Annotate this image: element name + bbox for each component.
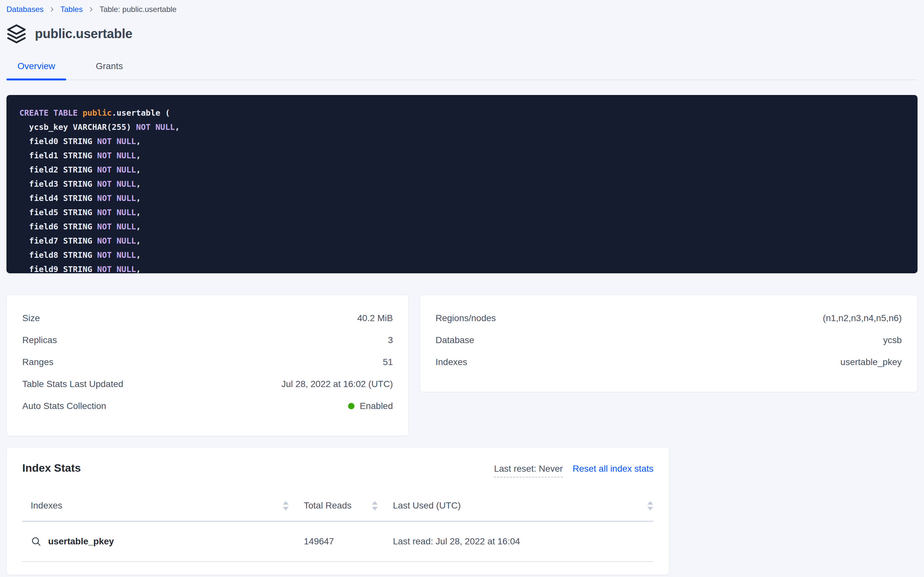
stat-label: Size xyxy=(22,313,40,323)
tab-overview[interactable]: Overview xyxy=(6,61,66,79)
sql-line: field1 STRING NOT NULL, xyxy=(19,148,905,163)
stat-label: Replicas xyxy=(22,335,57,345)
stat-value: usertable_pkey xyxy=(840,357,902,367)
stat-row-size: Size40.2 MiB xyxy=(22,307,393,329)
stat-value-text: Enabled xyxy=(360,401,393,411)
stat-value-text: 3 xyxy=(388,335,393,345)
breadcrumb-item-databases[interactable]: Databases xyxy=(6,5,43,14)
tab-grants[interactable]: Grants xyxy=(85,61,134,79)
stat-label: Table Stats Last Updated xyxy=(22,379,123,389)
chevron-right-icon xyxy=(49,6,55,13)
sql-line: field8 STRING NOT NULL, xyxy=(19,248,905,262)
column-header-label: Total Reads xyxy=(304,500,352,511)
breadcrumb-item-table-public-usertable: Table: public.usertable xyxy=(100,5,177,14)
sql-line: field3 STRING NOT NULL, xyxy=(19,177,905,191)
sql-line: field0 STRING NOT NULL, xyxy=(19,134,905,148)
layers-stack-icon xyxy=(6,24,26,44)
stat-row-indexes: Indexesusertable_pkey xyxy=(435,351,902,373)
column-header-total-reads[interactable]: Total Reads xyxy=(304,500,393,511)
stat-value-text: 51 xyxy=(383,357,393,367)
stats-cards-row: Size40.2 MiBReplicas3Ranges51Table Stats… xyxy=(6,295,918,436)
stat-value-text: Jul 28, 2022 at 16:02 (UTC) xyxy=(281,379,393,389)
index-stats-table-header: IndexesTotal ReadsLast Used (UTC) xyxy=(22,500,654,522)
stat-label: Indexes xyxy=(435,357,467,367)
index-name-text: usertable_pkey xyxy=(48,536,114,547)
stat-value: ycsb xyxy=(883,335,902,345)
page-title: public.usertable xyxy=(35,26,132,41)
stat-row-table-stats-last-updated: Table Stats Last UpdatedJul 28, 2022 at … xyxy=(22,373,393,395)
sql-line: field6 STRING NOT NULL, xyxy=(19,220,905,234)
stat-label: Regions/nodes xyxy=(435,313,496,323)
breadcrumb: DatabasesTablesTable: public.usertable xyxy=(6,5,918,14)
sql-line: field9 STRING NOT NULL, xyxy=(19,262,905,273)
sql-line: field7 STRING NOT NULL, xyxy=(19,234,905,248)
stat-value-text: usertable_pkey xyxy=(840,357,902,367)
stat-value: 3 xyxy=(388,335,393,345)
stat-label: Auto Stats Collection xyxy=(22,401,106,411)
column-header-indexes[interactable]: Indexes xyxy=(22,500,304,511)
stat-row-auto-stats-collection: Auto Stats CollectionEnabled xyxy=(22,395,393,417)
stat-value-text: ycsb xyxy=(883,335,902,345)
reset-all-index-stats-link[interactable]: Reset all index stats xyxy=(572,463,654,474)
table-details-page: DatabasesTablesTable: public.usertable p… xyxy=(0,0,924,575)
column-header-label: Last Used (UTC) xyxy=(393,500,461,511)
sql-line: field5 STRING NOT NULL, xyxy=(19,205,905,220)
table-details-card: Regions/nodes(n1,n2,n3,n4,n5,n6)Database… xyxy=(420,295,918,392)
stat-value: (n1,n2,n3,n4,n5,n6) xyxy=(823,313,902,323)
sql-line: field4 STRING NOT NULL, xyxy=(19,191,905,205)
sort-icon[interactable] xyxy=(647,501,654,511)
stat-row-regions-nodes: Regions/nodes(n1,n2,n3,n4,n5,n6) xyxy=(435,307,902,329)
sql-line: CREATE TABLE public.usertable ( xyxy=(19,106,905,120)
last-reset-label: Last reset: Never xyxy=(494,463,563,477)
stat-value-text: 40.2 MiB xyxy=(357,313,393,323)
stat-label: Database xyxy=(435,335,474,345)
sort-icon[interactable] xyxy=(283,501,289,511)
index-stats-actions: Last reset: Never Reset all index stats xyxy=(494,463,654,477)
create-statement-block: CREATE TABLE public.usertable ( ycsb_key… xyxy=(6,95,918,273)
status-dot-green xyxy=(348,403,355,409)
search-icon xyxy=(31,536,42,547)
last-used-value: Last read: Jul 28, 2022 at 16:04 xyxy=(393,536,654,547)
table-overview-card: Size40.2 MiBReplicas3Ranges51Table Stats… xyxy=(6,295,409,436)
sql-line: ycsb_key VARCHAR(255) NOT NULL, xyxy=(19,120,905,134)
page-header: public.usertable xyxy=(6,23,918,44)
tab-bar: OverviewGrants xyxy=(6,61,918,80)
stat-value: 40.2 MiB xyxy=(357,313,393,323)
stat-row-ranges: Ranges51 xyxy=(22,351,393,373)
total-reads-value: 149647 xyxy=(304,536,393,547)
stat-value-text: (n1,n2,n3,n4,n5,n6) xyxy=(823,313,902,323)
column-header-label: Indexes xyxy=(31,500,62,511)
stat-value: Jul 28, 2022 at 16:02 (UTC) xyxy=(281,379,393,389)
stat-row-replicas: Replicas3 xyxy=(22,329,393,351)
index-stats-card: Index Stats Last reset: Never Reset all … xyxy=(6,447,669,575)
chevron-right-icon xyxy=(88,6,94,13)
sql-line: field2 STRING NOT NULL, xyxy=(19,163,905,177)
index-stats-header: Index Stats Last reset: Never Reset all … xyxy=(22,462,654,477)
stat-row-database: Databaseycsb xyxy=(435,329,902,351)
column-header-last-used-utc[interactable]: Last Used (UTC) xyxy=(393,500,654,511)
sort-icon[interactable] xyxy=(371,501,378,511)
index-stats-title: Index Stats xyxy=(22,462,81,474)
index-name-link[interactable]: usertable_pkey xyxy=(22,536,304,547)
stat-value: Enabled xyxy=(348,401,393,411)
index-stats-table-body: usertable_pkey149647Last read: Jul 28, 2… xyxy=(22,522,654,562)
breadcrumb-item-tables[interactable]: Tables xyxy=(60,5,83,14)
stat-value: 51 xyxy=(383,357,393,367)
index-stats-row: usertable_pkey149647Last read: Jul 28, 2… xyxy=(22,522,654,562)
stat-label: Ranges xyxy=(22,357,54,367)
